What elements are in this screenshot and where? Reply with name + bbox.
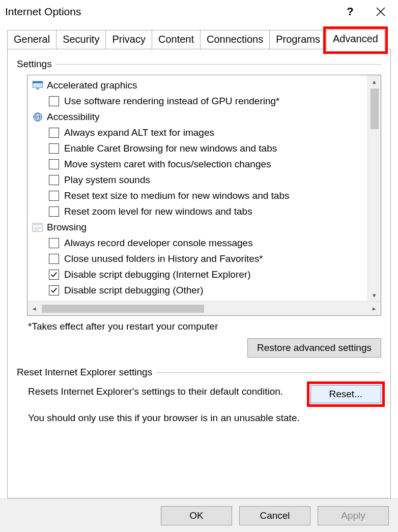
scroll-up-arrow-icon[interactable]: ▴ [368,75,381,87]
reset-group-label: Reset Internet Explorer settings [17,367,381,378]
option-label: Always expand ALT text for images [64,127,214,138]
group-divider [56,64,381,65]
checkbox[interactable] [49,128,59,138]
category-accessibility[interactable]: Accessibility [32,109,381,125]
restore-advanced-settings-button[interactable]: Restore advanced settings [247,338,381,358]
reset-warning-text: You should only use this if your browser… [28,412,381,424]
option-label: Enable Caret Browsing for new windows an… [64,143,277,154]
settings-tree[interactable]: Accelerated graphics Use software render… [27,75,381,301]
titlebar: Internet Options ? [0,0,398,23]
option-label: Use software rendering instead of GPU re… [64,96,280,107]
settings-group-label: Settings [17,58,381,70]
option-label: Always record developer console messages [64,238,253,249]
category-label: Accessibility [47,111,99,123]
window-title: Internet Options [5,6,335,18]
option-label: Close unused folders in History and Favo… [64,253,263,264]
reset-body: Resets Internet Explorer's settings to t… [17,383,381,403]
category-label: Browsing [47,222,87,233]
dialog-button-bar: OK Cancel Apply [0,498,398,532]
option-move-system-caret[interactable]: Move system caret with focus/selection c… [32,156,381,172]
option-reset-zoom[interactable]: Reset zoom level for new windows and tab… [32,203,381,219]
svg-rect-9 [33,223,43,225]
scroll-left-arrow-icon[interactable]: ◂ [27,302,41,315]
footnote-text: *Takes effect after you restart your com… [28,321,381,332]
restore-row: Restore advanced settings [17,338,381,358]
checkbox[interactable] [49,238,59,248]
option-record-console[interactable]: Always record developer console messages [32,235,381,251]
tab-advanced[interactable]: Advanced [326,29,385,50]
close-button[interactable] [365,1,396,22]
globe-icon [32,112,44,122]
option-disable-script-debugging-other[interactable]: Disable script debugging (Other) [32,282,381,298]
tab-connections[interactable]: Connections [200,30,270,49]
option-gpu-rendering[interactable]: Use software rendering instead of GPU re… [32,93,381,109]
tab-general[interactable]: General [7,30,56,49]
vertical-scrollbar[interactable]: ▴ ▾ [367,75,381,301]
checkbox[interactable] [49,191,59,201]
option-reset-text-size[interactable]: Reset text size to medium for new window… [32,188,381,203]
close-icon [376,7,386,17]
hscroll-thumb[interactable] [42,305,204,313]
checkbox[interactable] [49,175,59,185]
option-label: Reset zoom level for new windows and tab… [64,206,252,217]
checkbox[interactable] [49,285,59,295]
category-label: Accelerated graphics [47,80,137,91]
tab-privacy[interactable]: Privacy [105,30,152,49]
option-alt-text[interactable]: Always expand ALT text for images [32,125,381,140]
tab-content[interactable]: Content [152,30,201,49]
checkbox[interactable] [49,206,59,217]
scroll-down-arrow-icon[interactable]: ▾ [368,289,381,301]
reset-button-wrap: Reset... [310,385,381,403]
ok-button[interactable]: OK [161,506,232,525]
tab-programs[interactable]: Programs [269,30,327,49]
tab-security[interactable]: Security [56,30,106,49]
horizontal-scrollbar[interactable]: ◂ ▸ [27,301,381,315]
option-label: Disable script debugging (Other) [64,285,204,296]
reset-label-text: Reset Internet Explorer settings [17,367,152,378]
checkbox[interactable] [49,254,59,264]
option-label: Play system sounds [64,174,150,186]
svg-rect-4 [36,88,39,90]
settings-label-text: Settings [17,58,52,70]
reset-button[interactable]: Reset... [310,385,381,403]
category-browsing[interactable]: Browsing [32,219,381,235]
scroll-thumb[interactable] [371,88,379,129]
option-label: Disable script debugging (Internet Explo… [64,269,250,280]
option-disable-script-debugging-ie[interactable]: Disable script debugging (Internet Explo… [32,267,381,282]
tab-panel-advanced: Settings Accelerated graphics Use softwa… [7,49,391,498]
apply-button[interactable]: Apply [318,506,389,525]
cancel-button[interactable]: Cancel [239,506,310,525]
checkbox[interactable] [49,270,59,280]
reset-description: Resets Internet Explorer's settings to t… [28,385,295,398]
document-icon [32,222,44,232]
checkbox[interactable] [49,159,59,169]
option-play-system-sounds[interactable]: Play system sounds [32,172,381,188]
checkbox[interactable] [49,96,59,106]
option-label: Move system caret with focus/selection c… [64,159,271,170]
category-accelerated-graphics[interactable]: Accelerated graphics [32,77,381,93]
help-button[interactable]: ? [335,1,365,22]
tabs-row: General Security Privacy Content Connect… [0,23,398,49]
group-divider [156,372,381,373]
monitor-icon [32,80,44,91]
internet-options-window: Internet Options ? General Security Priv… [0,0,398,532]
scroll-right-arrow-icon[interactable]: ▸ [367,302,381,315]
svg-rect-3 [33,81,43,83]
checkbox[interactable] [49,143,59,154]
option-close-unused-folders[interactable]: Close unused folders in History and Favo… [32,251,381,267]
option-label: Reset text size to medium for new window… [64,190,289,201]
option-caret-browsing[interactable]: Enable Caret Browsing for new windows an… [32,140,381,156]
settings-tree-container: Accelerated graphics Use software render… [27,75,381,316]
